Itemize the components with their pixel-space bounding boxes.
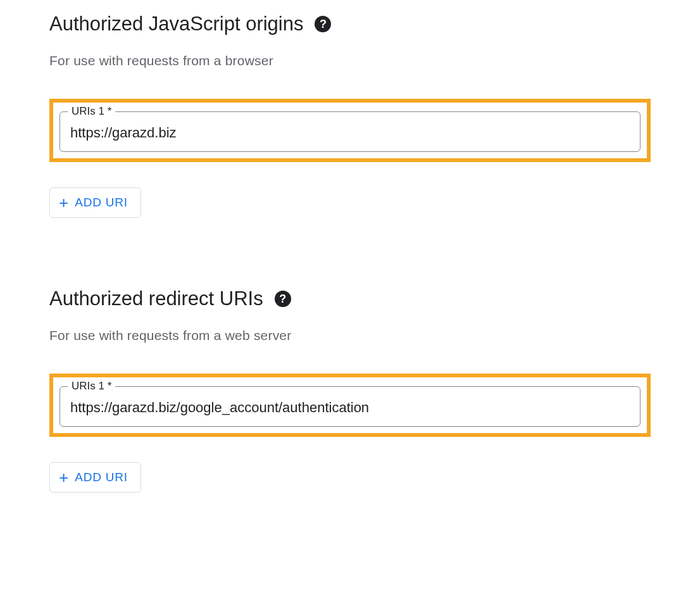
redirect-uris-subtitle: For use with requests from a web server [49,328,651,343]
js-origins-highlight: URIs 1 * [49,99,651,162]
add-uri-label: ADD URI [75,470,128,484]
js-origins-uri-input[interactable] [70,125,630,141]
js-origins-subtitle: For use with requests from a browser [49,53,651,68]
redirect-uris-title: Authorized redirect URIs [49,287,263,310]
js-origins-header: Authorized JavaScript origins ? [49,13,651,35]
redirect-uris-section: Authorized redirect URIs ? For use with … [49,287,651,493]
redirect-uris-input-field: URIs 1 * [59,386,641,427]
help-icon[interactable]: ? [315,16,331,32]
js-origins-section: Authorized JavaScript origins ? For use … [49,13,651,218]
add-uri-button[interactable]: + ADD URI [49,462,141,493]
plus-icon: + [59,469,68,486]
js-origins-title: Authorized JavaScript origins [49,13,303,35]
add-uri-button[interactable]: + ADD URI [49,187,141,218]
help-icon[interactable]: ? [275,291,291,307]
js-origins-input-field: URIs 1 * [59,111,641,152]
redirect-uris-header: Authorized redirect URIs ? [49,287,651,310]
js-origins-input-label: URIs 1 * [68,105,115,118]
plus-icon: + [59,194,68,211]
redirect-uris-input-label: URIs 1 * [68,380,115,393]
redirect-uris-uri-input[interactable] [70,400,630,416]
add-uri-label: ADD URI [75,196,128,210]
redirect-uris-highlight: URIs 1 * [49,374,651,437]
